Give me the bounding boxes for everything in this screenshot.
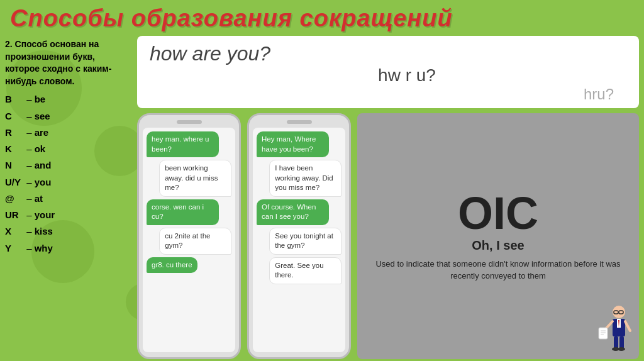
abbr-item: U/Y – you <box>5 174 131 191</box>
abbr-letter: R <box>5 125 24 141</box>
abbr-letter: X <box>5 223 24 240</box>
phone1-speaker <box>177 120 202 124</box>
abbr-item: K – ok <box>5 141 131 157</box>
abbr-dash: – <box>24 240 35 257</box>
abbr-item: N – and <box>5 157 131 174</box>
abbr-dash: – <box>24 174 35 191</box>
abbr-meaning: your <box>35 207 55 223</box>
main-title-bar: Способы образования сокращений <box>0 0 644 36</box>
abbr-meaning: are <box>35 125 49 141</box>
abbr-letter: U/Y <box>5 174 24 191</box>
chat-bubble: hey man. where u been? <box>147 131 219 157</box>
chat-bubble: been working away. did u miss me? <box>159 160 231 197</box>
abbr-meaning: and <box>35 157 52 174</box>
bottom-row: hey man. where u been?been working away.… <box>137 113 639 359</box>
abbr-item: @ – at <box>5 191 131 207</box>
abbr-letter: K <box>5 141 24 157</box>
description-text: 2. Способ основан на произношении букв, … <box>5 38 131 87</box>
abbr-dash: – <box>24 157 35 174</box>
how-are-you-box: how are you? hw r u? hru? <box>137 36 639 108</box>
phone2: Hey man, Where have you been?I have been… <box>247 113 351 359</box>
abbr-item: X – kiss <box>5 223 131 240</box>
abbr-meaning: ok <box>35 141 46 157</box>
phone2-speaker <box>287 120 312 124</box>
businessman-figure <box>595 303 633 353</box>
oic-acronym: OIC <box>458 191 538 236</box>
chat-bubble: gr8. cu there <box>147 257 197 274</box>
left-panel: 2. Способ основан на произношении букв, … <box>5 36 131 359</box>
abbr-dash: – <box>24 141 35 157</box>
phone1-screen: hey man. where u been?been working away.… <box>143 128 235 352</box>
abbr-meaning: at <box>35 191 43 207</box>
phone2-screen: Hey man, Where have you been?I have been… <box>253 128 345 352</box>
abbr-dash: – <box>24 108 35 125</box>
chat-bubble: See you tonight at the gym? <box>269 228 341 255</box>
chat-bubble: Of course. When can I see you? <box>257 199 329 225</box>
businessman-icon <box>595 303 633 359</box>
svg-rect-12 <box>599 328 608 339</box>
abbr-letter: Y <box>5 240 24 257</box>
hay-line2: hw r u? <box>378 65 436 86</box>
abbr-item: C – see <box>5 108 131 125</box>
abbreviation-list: B – beC – seeR – areK – okN – andU/Y – y… <box>5 91 131 257</box>
chat-bubble: I have been working away. Did you miss m… <box>269 160 341 197</box>
abbr-item: Y – why <box>5 240 131 257</box>
abbr-meaning: be <box>35 91 46 108</box>
abbr-dash: – <box>24 91 35 108</box>
oic-description: Used to indicate that someone didn't kno… <box>365 258 631 282</box>
chat-bubble: cu 2nite at the gym? <box>159 228 231 255</box>
abbr-meaning: kiss <box>35 223 53 240</box>
svg-rect-7 <box>614 336 618 349</box>
abbr-item: UR – your <box>5 207 131 223</box>
abbr-meaning: see <box>35 108 50 125</box>
hay-line1: how are you? <box>150 42 270 65</box>
abbr-dash: – <box>24 125 35 141</box>
abbr-letter: @ <box>5 191 24 207</box>
right-area: how are you? hw r u? hru? hey man. where… <box>137 36 639 359</box>
abbr-letter: UR <box>5 207 24 223</box>
chat-bubble: corse. wen can i cu? <box>147 199 219 225</box>
abbr-letter: N <box>5 157 24 174</box>
svg-rect-8 <box>619 336 624 349</box>
content-area: 2. Способ основан на произношении букв, … <box>0 36 644 359</box>
page-title: Способы образования сокращений <box>10 5 634 32</box>
abbr-meaning: why <box>35 240 53 257</box>
abbr-item: R – are <box>5 125 131 141</box>
abbr-meaning: you <box>35 174 52 191</box>
hay-line3: hru? <box>584 86 614 103</box>
oic-card: OIC Oh, I see Used to indicate that some… <box>357 113 639 359</box>
oic-meaning: Oh, I see <box>472 238 524 253</box>
abbr-dash: – <box>24 191 35 207</box>
chat-bubble: Hey man, Where have you been? <box>257 131 329 157</box>
phone1: hey man. where u been?been working away.… <box>137 113 241 359</box>
abbr-letter: B <box>5 91 24 108</box>
svg-point-10 <box>618 347 625 351</box>
abbr-item: B – be <box>5 91 131 108</box>
chat-bubble: Great. See you there. <box>269 257 341 284</box>
abbr-letter: C <box>5 108 24 125</box>
abbr-dash: – <box>24 207 35 223</box>
svg-line-16 <box>625 321 630 331</box>
abbr-dash: – <box>24 223 35 240</box>
